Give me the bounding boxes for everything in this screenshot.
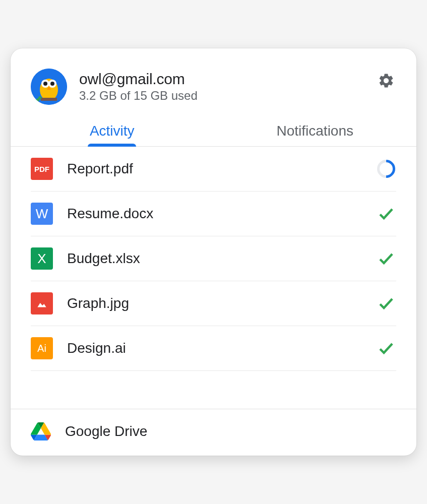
drive-panel: owl@gmail.com 3.2 GB of 15 GB used Activ…: [11, 48, 416, 456]
excel-icon: X: [31, 247, 53, 270]
owl-avatar-icon: [31, 69, 67, 105]
svg-marker-10: [37, 303, 46, 307]
status-loading: [376, 159, 396, 179]
gear-icon: [378, 72, 395, 89]
drive-icon: [31, 422, 51, 440]
file-row[interactable]: W Resume.docx: [31, 192, 396, 236]
spinner-icon: [374, 156, 399, 182]
ai-icon: Ai: [31, 337, 53, 359]
file-list: PDF Report.pdf W Resume.docx X Budget.xl…: [11, 147, 416, 409]
file-row[interactable]: X Budget.xlsx: [31, 236, 396, 281]
settings-button[interactable]: [376, 71, 396, 91]
file-name: Report.pdf: [67, 161, 376, 177]
status-done: [376, 204, 396, 224]
svg-point-5: [50, 82, 54, 86]
svg-point-9: [36, 98, 39, 101]
file-row[interactable]: Graph.jpg: [31, 281, 396, 326]
photo-icon: [35, 297, 48, 310]
header: owl@gmail.com 3.2 GB of 15 GB used: [11, 48, 416, 117]
check-icon: [377, 294, 395, 312]
pdf-icon: PDF: [31, 158, 53, 180]
check-icon: [377, 339, 395, 357]
check-icon: [377, 205, 395, 223]
file-name: Graph.jpg: [67, 295, 376, 311]
tab-notifications[interactable]: Notifications: [214, 123, 417, 146]
file-name: Resume.docx: [67, 206, 376, 222]
file-row[interactable]: Ai Design.ai: [31, 326, 396, 371]
footer[interactable]: Google Drive: [11, 409, 416, 456]
file-name: Budget.xlsx: [67, 250, 376, 267]
check-icon: [377, 249, 395, 268]
svg-point-4: [43, 82, 47, 86]
svg-rect-7: [41, 98, 57, 101]
account-info: owl@gmail.com 3.2 GB of 15 GB used: [79, 69, 376, 103]
footer-label: Google Drive: [65, 423, 147, 439]
avatar[interactable]: [31, 69, 67, 105]
tab-activity[interactable]: Activity: [11, 123, 214, 146]
status-done: [376, 338, 396, 358]
file-row[interactable]: PDF Report.pdf: [31, 147, 396, 192]
file-name: Design.ai: [67, 340, 376, 356]
word-icon: W: [31, 203, 53, 225]
status-done: [376, 293, 396, 313]
image-icon: [31, 292, 53, 314]
tabs: Activity Notifications: [11, 117, 416, 147]
account-email: owl@gmail.com: [79, 71, 376, 88]
storage-usage: 3.2 GB of 15 GB used: [79, 89, 376, 103]
status-done: [376, 248, 396, 269]
